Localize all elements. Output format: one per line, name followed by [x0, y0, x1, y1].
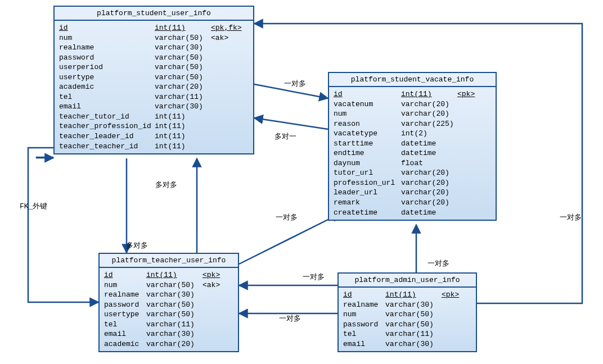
column-row: idint(11)<pk>	[104, 270, 233, 280]
column-name: reason	[334, 119, 401, 129]
column-key: <pk>	[442, 290, 464, 300]
column-type: varchar(20)	[401, 188, 457, 198]
column-name: teacher_teacher_id	[59, 142, 155, 152]
column-key	[457, 158, 480, 169]
column-name: remark	[334, 198, 401, 208]
column-row: passwordvarchar(50)	[104, 300, 233, 310]
column-type: varchar(50)	[155, 33, 211, 43]
label-one-to-many: 一对多	[279, 313, 301, 324]
column-row: idint(11)<pk,fk>	[59, 23, 249, 33]
column-name: num	[343, 310, 385, 320]
column-key	[211, 142, 245, 152]
column-key	[202, 310, 225, 320]
label-one-to-many: 一对多	[303, 272, 325, 282]
column-type: varchar(50)	[146, 300, 202, 310]
column-name: tel	[343, 329, 385, 339]
label-one-to-many: 一对多	[560, 212, 582, 222]
column-type: varchar(20)	[146, 339, 202, 349]
entity-title: platform_student_user_info	[55, 7, 253, 21]
column-name: profession_url	[334, 178, 401, 188]
column-name: usertype	[59, 72, 155, 83]
column-row: starttimedatetime	[334, 139, 491, 149]
column-key	[457, 208, 480, 218]
column-type: varchar(30)	[146, 290, 202, 300]
column-type: varchar(20)	[401, 198, 457, 208]
label-one-to-many: 一对多	[284, 79, 306, 89]
column-row: numvarchar(50)<ak>	[104, 280, 233, 290]
column-name: num	[334, 109, 401, 119]
column-key	[202, 329, 225, 339]
column-name: vacatenum	[334, 99, 401, 110]
column-row: teacher_teacher_idint(11)	[59, 142, 249, 152]
column-name: daynum	[334, 158, 401, 169]
column-row: idint(11)<pk>	[334, 89, 491, 99]
column-name: email	[104, 329, 146, 339]
column-type: varchar(50)	[385, 310, 442, 320]
column-key	[211, 43, 245, 53]
column-key	[202, 300, 225, 310]
column-type: varchar(225)	[401, 119, 457, 129]
column-row: endtimedatetime	[334, 148, 491, 158]
column-key	[442, 329, 464, 339]
column-type: varchar(20)	[401, 109, 457, 119]
column-key	[457, 129, 480, 139]
column-name: teacher_tutor_id	[59, 112, 155, 122]
column-type: varchar(20)	[155, 82, 211, 92]
column-name: password	[59, 53, 155, 63]
column-type: varchar(30)	[385, 339, 442, 349]
column-key	[442, 310, 464, 320]
column-row: telvarchar(11)	[59, 92, 249, 102]
column-name: id	[343, 290, 385, 300]
column-row: telvarchar(11)	[104, 320, 233, 330]
column-row: emailvarchar(30)	[104, 329, 233, 339]
label-many-to-one: 多对一	[274, 131, 296, 142]
column-key	[211, 82, 245, 92]
column-row: teacher_leader_idint(11)	[59, 131, 249, 142]
label-many-to-many: 多对多	[155, 180, 177, 190]
column-key	[457, 188, 480, 198]
column-type: varchar(11)	[385, 329, 442, 339]
entity-teacher-user-info: platform_teacher_user_info idint(11)<pk>…	[98, 253, 239, 352]
column-name: email	[59, 102, 155, 112]
column-row: reasonvarchar(225)	[334, 119, 491, 129]
column-name: password	[104, 300, 146, 310]
column-key: <pk,fk>	[211, 23, 245, 33]
label-many-to-many: 多对多	[126, 240, 148, 251]
column-name: academic	[104, 339, 146, 349]
column-name: endtime	[334, 148, 401, 158]
column-key: <pk>	[457, 89, 480, 99]
column-type: varchar(20)	[401, 99, 457, 110]
column-key	[457, 178, 480, 188]
column-row: telvarchar(11)	[343, 329, 471, 339]
column-key	[202, 290, 225, 300]
svg-line-1	[254, 118, 328, 129]
column-key	[457, 99, 480, 110]
column-name: num	[104, 280, 146, 290]
column-type: varchar(50)	[146, 310, 202, 320]
column-type: int(11)	[155, 121, 211, 131]
column-name: realname	[59, 43, 155, 53]
column-row: numvarchar(20)	[334, 109, 491, 119]
label-one-to-many: 一对多	[428, 258, 449, 269]
column-key	[457, 168, 480, 178]
column-name: teacher_leader_id	[59, 131, 155, 142]
label-one-to-many: 一对多	[276, 212, 298, 222]
column-type: int(11)	[385, 290, 442, 300]
column-type: datetime	[401, 208, 457, 218]
column-name: userperiod	[59, 62, 155, 72]
entity-student-user-info: platform_student_user_info idint(11)<pk,…	[53, 6, 254, 154]
column-row: userperiodvarchar(50)	[59, 62, 249, 72]
column-type: varchar(30)	[155, 43, 211, 53]
column-name: num	[59, 33, 155, 43]
column-row: realnamevarchar(30)	[343, 300, 471, 310]
column-name: usertype	[104, 310, 146, 320]
column-key	[211, 62, 245, 72]
column-row: teacher_tutor_idint(11)	[59, 112, 249, 122]
column-type: int(2)	[401, 129, 457, 139]
column-key: <ak>	[202, 280, 225, 290]
column-row: realnamevarchar(30)	[104, 290, 233, 300]
column-name: tutor_url	[334, 168, 401, 178]
column-key	[442, 339, 464, 349]
column-row: passwordvarchar(50)	[343, 320, 471, 330]
entity-admin-user-info: platform_admin_user_info idint(11)<pk>re…	[338, 272, 477, 352]
